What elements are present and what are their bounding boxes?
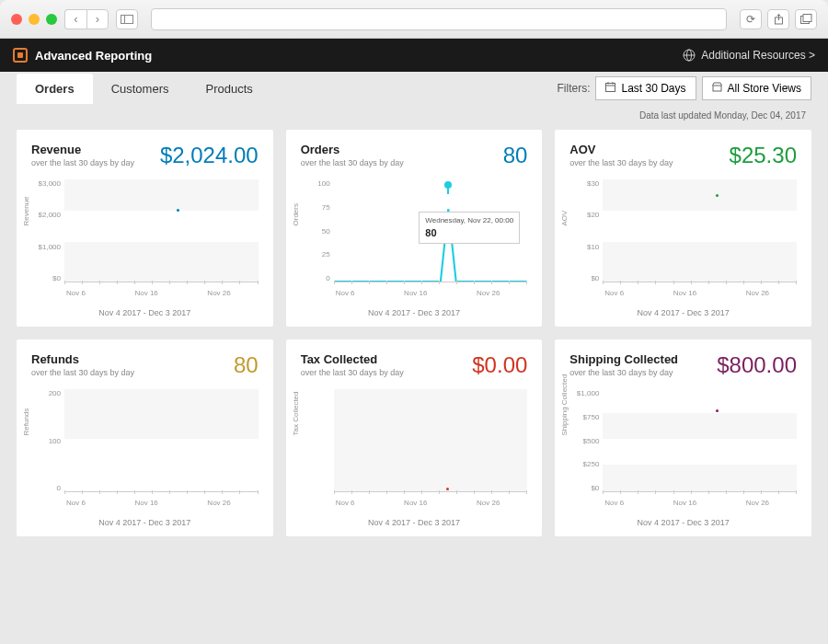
data-point (716, 409, 719, 412)
card-tax-value: $0.00 (472, 352, 527, 378)
svg-rect-0 (121, 15, 133, 23)
y-tick: $10 (569, 243, 599, 251)
card-aov-title: AOV (569, 143, 673, 156)
card-aov-chart: AOV $30 $20 $10 $0 Nov 6. Nov 16. Nov 26… (569, 176, 797, 305)
svg-rect-9 (606, 84, 615, 92)
x-label: Nov 26 (746, 289, 769, 297)
close-window-button[interactable] (11, 14, 22, 25)
maximize-window-button[interactable] (46, 14, 57, 25)
card-refunds-chart: Refunds 200 100 0 Nov 6. Nov 16. Nov 26. (31, 385, 259, 514)
tooltip-date: Wednesday, Nov 22, 00:00 (425, 216, 513, 225)
x-label: Nov 6 (66, 289, 86, 297)
dashboard-grid: Revenue over the last 30 days by day $2,… (0, 122, 828, 544)
store-icon (712, 82, 722, 95)
y-tick: $0 (569, 484, 599, 492)
data-point (177, 209, 179, 212)
tab-customers[interactable]: Customers (93, 74, 188, 104)
card-revenue-title: Revenue (31, 143, 134, 156)
card-tax-subtitle: over the last 30 days by day (301, 368, 404, 377)
x-label: Nov 26 (207, 289, 230, 297)
x-label: Nov 16 (673, 499, 696, 507)
y-tick: $0 (569, 274, 599, 282)
marker-icon (444, 181, 452, 189)
y-tick: $30 (569, 179, 599, 188)
x-label: Nov 6 (66, 499, 86, 507)
svg-rect-13 (713, 86, 721, 91)
tab-orders[interactable]: Orders (17, 74, 93, 104)
card-refunds: Refunds over the last 30 days by day 80 … (17, 339, 273, 536)
globe-icon (683, 49, 696, 62)
y-tick: 50 (301, 227, 330, 236)
axis-label: Revenue (22, 196, 30, 225)
y-tick: $500 (569, 437, 599, 445)
filter-scope-button[interactable]: All Store Views (702, 76, 811, 100)
card-shipping-value: $800.00 (717, 352, 797, 378)
x-label: Nov 16 (673, 289, 696, 297)
x-label: Nov 16 (134, 289, 157, 297)
y-tick: 200 (31, 389, 61, 397)
forward-button[interactable]: › (86, 9, 109, 29)
axis-label: Shipping Collected (560, 374, 569, 436)
magento-logo-icon (13, 48, 28, 63)
app-header: Advanced Reporting Additional Resources … (0, 39, 828, 72)
x-label: Nov 16 (404, 289, 427, 297)
x-label: Nov 6 (604, 499, 624, 507)
filters-label: Filters: (557, 82, 590, 95)
y-tick: $2,000 (31, 211, 61, 219)
card-revenue: Revenue over the last 30 days by day $2,… (17, 130, 273, 327)
tabs-button[interactable] (795, 9, 817, 29)
y-tick: 100 (301, 179, 330, 188)
card-orders-range: Nov 4 2017 - Dec 3 2017 (301, 308, 528, 317)
card-refunds-title: Refunds (31, 352, 134, 366)
card-aov: AOV over the last 30 days by day $25.30 … (555, 130, 811, 327)
axis-label: Tax Collected (291, 391, 299, 435)
x-label: Nov 16 (134, 499, 157, 507)
card-revenue-chart: Revenue $3,000 $2,000 $1,000 $0 Nov 6. N… (31, 176, 259, 305)
card-tax-title: Tax Collected (301, 352, 404, 366)
y-tick: 0 (31, 484, 61, 492)
filter-period-button[interactable]: Last 30 Days (595, 76, 696, 100)
x-label: Nov 26 (746, 499, 769, 507)
y-tick: 100 (31, 437, 61, 445)
card-tax-chart: Tax Collected Nov 6. Nov 16. Nov 26. (301, 385, 528, 514)
y-tick: $1,000 (569, 389, 599, 397)
card-refunds-value: 80 (234, 352, 259, 378)
x-label: Nov 6 (604, 289, 624, 297)
card-tax: Tax Collected over the last 30 days by d… (286, 339, 543, 536)
card-orders-title: Orders (301, 143, 404, 156)
x-label: Nov 6 (336, 499, 355, 507)
card-orders-chart: Orders 100 75 50 25 0 Wednesday, Nov 22,… (301, 176, 528, 305)
minimize-window-button[interactable] (29, 14, 40, 25)
filter-period-label: Last 30 Days (621, 82, 685, 95)
tab-products[interactable]: Products (188, 74, 271, 104)
url-bar[interactable] (151, 8, 727, 30)
card-shipping-title: Shipping Collected (569, 352, 678, 366)
y-tick: $750 (569, 413, 599, 421)
card-orders-subtitle: over the last 30 days by day (301, 158, 404, 167)
card-orders: Orders over the last 30 days by day 80 O… (286, 130, 543, 327)
sidebar-toggle-button[interactable] (116, 9, 138, 29)
additional-resources-link[interactable]: Additional Resources > (683, 49, 815, 62)
card-aov-value: $25.30 (730, 143, 797, 168)
y-tick: 75 (301, 203, 330, 212)
axis-label: Refunds (22, 408, 30, 436)
card-refunds-subtitle: over the last 30 days by day (31, 368, 134, 377)
y-tick: $0 (31, 274, 61, 282)
card-shipping: Shipping Collected over the last 30 days… (555, 339, 811, 536)
y-tick: $1,000 (31, 243, 61, 251)
filter-scope-label: All Store Views (728, 82, 801, 95)
card-shipping-subtitle: over the last 30 days by day (569, 368, 678, 377)
axis-label: AOV (560, 211, 569, 226)
share-button[interactable] (767, 9, 789, 29)
card-aov-subtitle: over the last 30 days by day (569, 158, 673, 167)
y-tick: $250 (569, 460, 599, 468)
additional-resources-label: Additional Resources > (701, 49, 815, 62)
data-point (716, 194, 719, 197)
reload-button[interactable]: ⟳ (740, 9, 762, 29)
last-updated: Data last updated Monday, Dec 04, 2017 (0, 105, 828, 122)
y-tick: 0 (301, 274, 330, 282)
back-button[interactable]: ‹ (64, 9, 86, 29)
card-aov-range: Nov 4 2017 - Dec 3 2017 (569, 308, 797, 317)
app-title: Advanced Reporting (35, 49, 152, 63)
browser-chrome: ‹ › ⟳ (0, 0, 828, 39)
